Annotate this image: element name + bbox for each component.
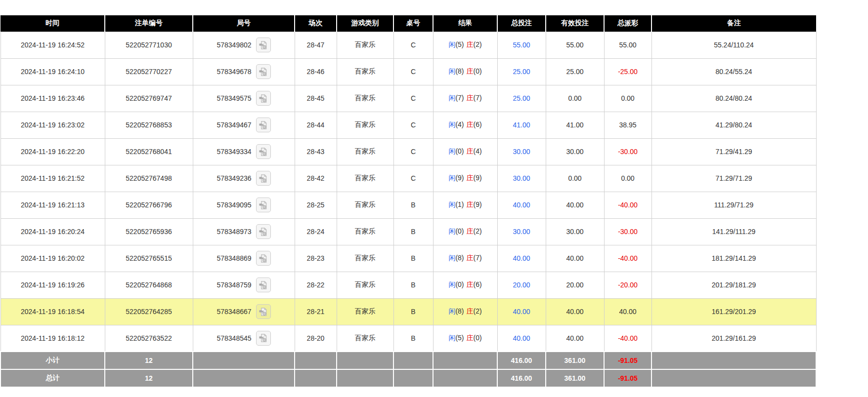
cell-time: 2024-11-19 16:18:54 <box>0 298 105 325</box>
table-row[interactable]: 2024-11-19 16:18:54 522052764285 5783486… <box>0 298 816 325</box>
video-replay-icon <box>259 147 268 157</box>
column-header-bet_id: 注单编号 <box>105 15 193 32</box>
cell-game-type: 百家乐 <box>337 85 393 112</box>
result-player-label: 闲 <box>448 40 455 48</box>
replay-button[interactable] <box>256 144 271 159</box>
table-row[interactable]: 2024-11-19 16:23:46 522052769747 5783495… <box>0 85 816 112</box>
replay-button[interactable] <box>256 224 271 239</box>
cell-remark: 80.24/55.24 <box>651 58 816 85</box>
table-row[interactable]: 2024-11-19 16:19:26 522052764868 5783487… <box>0 272 816 298</box>
summary-empty-cell <box>393 369 433 387</box>
round-number: 578349095 <box>217 201 251 209</box>
cell-session: 28-21 <box>295 298 337 325</box>
replay-button[interactable] <box>256 251 271 266</box>
replay-button[interactable] <box>256 91 271 106</box>
replay-button[interactable] <box>256 38 271 52</box>
cell-remark: 141.29/111.29 <box>651 218 816 245</box>
cell-session: 28-43 <box>295 138 337 165</box>
cell-result: 闲(5)庄(0) <box>433 325 497 352</box>
cell-total-bet: 40.00 <box>497 192 546 218</box>
result-banker-points: (2) <box>474 307 482 315</box>
summary-empty-cell <box>193 352 295 369</box>
cell-time: 2024-11-19 16:24:52 <box>0 32 105 58</box>
cell-total-payout: 55.00 <box>604 32 651 58</box>
cell-remark: 55.24/110.24 <box>651 32 816 58</box>
column-header-time: 时间 <box>0 15 105 32</box>
cell-game-type: 百家乐 <box>337 32 393 58</box>
summary-empty-cell <box>433 369 497 387</box>
cell-time: 2024-11-19 16:19:26 <box>0 272 105 298</box>
table-row[interactable]: 2024-11-19 16:18:12 522052763522 5783485… <box>0 325 816 352</box>
table-row[interactable]: 2024-11-19 16:24:10 522052770227 5783496… <box>0 58 816 85</box>
cell-table-no: C <box>393 85 433 112</box>
result-player-points: (8) <box>455 67 464 75</box>
cell-session: 28-20 <box>295 325 337 352</box>
table-row[interactable]: 2024-11-19 16:23:02 522052768853 5783494… <box>0 112 816 138</box>
video-replay-icon <box>259 94 268 103</box>
summary-count: 12 <box>105 369 193 387</box>
table-row[interactable]: 2024-11-19 16:20:02 522052765515 5783488… <box>0 245 816 272</box>
cell-bet-id: 522052765936 <box>105 218 193 245</box>
table-row[interactable]: 2024-11-19 16:21:52 522052767498 5783492… <box>0 165 816 192</box>
cell-round-id: 578349236 <box>193 165 295 192</box>
cell-valid-bet: 55.00 <box>546 32 604 58</box>
replay-button[interactable] <box>256 171 271 186</box>
cell-round-id: 578348759 <box>193 272 295 298</box>
result-banker-label: 庄 <box>467 254 474 262</box>
table-body: 2024-11-19 16:24:52 522052771030 5783498… <box>0 32 816 352</box>
replay-button[interactable] <box>256 64 271 79</box>
round-number: 578349334 <box>217 148 251 156</box>
cell-total-payout: 0.00 <box>604 165 651 192</box>
cell-table-no: B <box>393 245 433 272</box>
summary-label: 总计 <box>0 369 105 387</box>
video-replay-icon <box>259 40 268 50</box>
replay-button[interactable] <box>256 304 271 319</box>
cell-total-payout: -30.00 <box>604 138 651 165</box>
summary-row: 总计 12 416.00 361.00 -91.05 <box>0 369 816 387</box>
cell-session: 28-45 <box>295 85 337 112</box>
cell-valid-bet: 30.00 <box>546 138 604 165</box>
table-row[interactable]: 2024-11-19 16:22:20 522052768041 5783493… <box>0 138 816 165</box>
summary-empty-cell <box>295 369 337 387</box>
cell-game-type: 百家乐 <box>337 325 393 352</box>
cell-session: 28-25 <box>295 192 337 218</box>
cell-remark: 161.29/201.29 <box>651 298 816 325</box>
replay-button[interactable] <box>256 118 271 132</box>
cell-round-id: 578348869 <box>193 245 295 272</box>
cell-total-bet: 40.00 <box>497 325 546 352</box>
table-row[interactable]: 2024-11-19 16:24:52 522052771030 5783498… <box>0 32 816 58</box>
cell-bet-id: 522052769747 <box>105 85 193 112</box>
round-number: 578349236 <box>217 174 251 182</box>
table-row[interactable]: 2024-11-19 16:20:24 522052765936 5783489… <box>0 218 816 245</box>
cell-time: 2024-11-19 16:20:24 <box>0 218 105 245</box>
replay-button[interactable] <box>256 331 271 346</box>
video-replay-icon <box>259 227 268 237</box>
cell-round-id: 578349095 <box>193 192 295 218</box>
cell-total-payout: 38.95 <box>604 112 651 138</box>
bet-records-page: 时间注单编号局号场次游戏类别桌号结果总投注有效投注总派彩备注 2024-11-1… <box>0 0 868 388</box>
result-banker-points: (2) <box>474 227 482 235</box>
result-player-label: 闲 <box>448 334 455 342</box>
result-player-points: (0) <box>455 147 464 155</box>
replay-button[interactable] <box>256 278 271 292</box>
cell-table-no: B <box>393 325 433 352</box>
table-row[interactable]: 2024-11-19 16:21:13 522052766796 5783490… <box>0 192 816 218</box>
cell-total-payout: -40.00 <box>604 325 651 352</box>
cell-result: 闲(7)庄(7) <box>433 85 497 112</box>
round-number: 578348869 <box>217 254 251 262</box>
round-number: 578349802 <box>217 41 251 49</box>
summary-valid-bet: 361.00 <box>546 369 604 387</box>
replay-button[interactable] <box>256 198 271 212</box>
result-banker-points: (2) <box>474 40 482 48</box>
cell-remark: 71.29/41.29 <box>651 138 816 165</box>
summary-empty-cell <box>193 369 295 387</box>
column-header-game_type: 游戏类别 <box>337 15 393 32</box>
cell-session: 28-42 <box>295 165 337 192</box>
cell-table-no: B <box>393 218 433 245</box>
result-player-label: 闲 <box>448 67 455 75</box>
cell-game-type: 百家乐 <box>337 58 393 85</box>
cell-bet-id: 522052768041 <box>105 138 193 165</box>
cell-time: 2024-11-19 16:23:46 <box>0 85 105 112</box>
result-banker-label: 庄 <box>467 40 474 48</box>
cell-total-payout: -40.00 <box>604 192 651 218</box>
